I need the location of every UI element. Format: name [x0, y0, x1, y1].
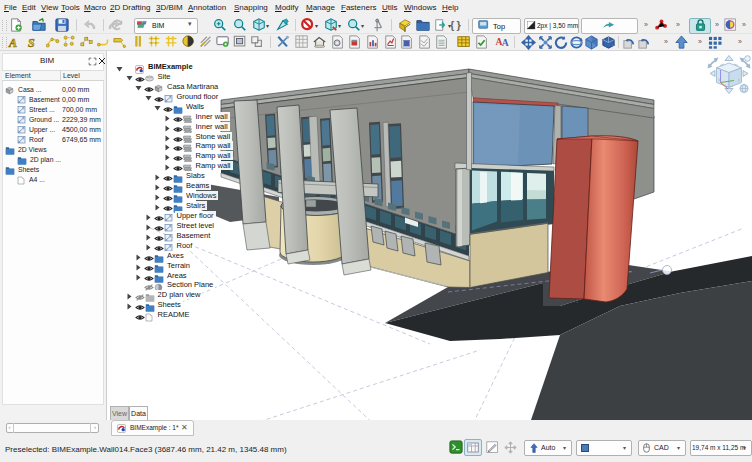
svg-text:A: A	[502, 37, 509, 48]
